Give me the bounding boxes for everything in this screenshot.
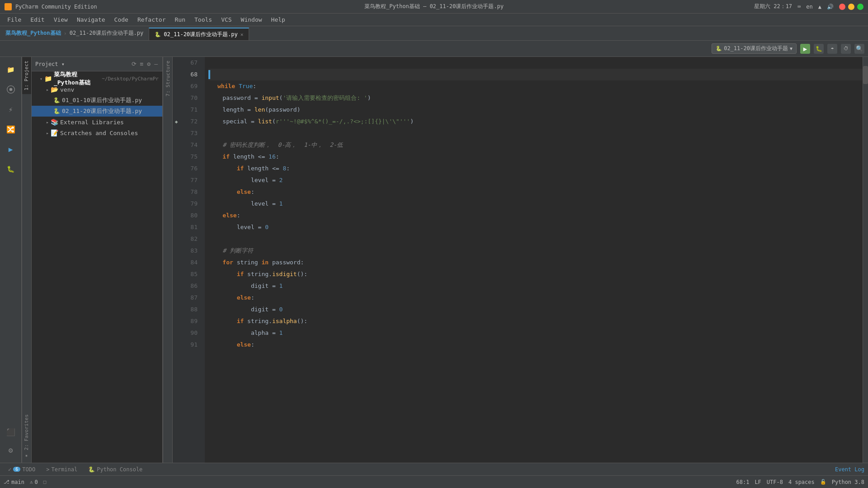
bottom-tab-python-console[interactable]: 🐍 Python Console xyxy=(84,465,147,474)
tree-root-label: 菜鸟教程_Python基础 xyxy=(54,71,98,87)
sidebar-icon-settings[interactable]: ⚙ xyxy=(2,441,20,459)
var-string-89: string xyxy=(247,315,269,327)
tree-label-scratches: Scratches and Consoles xyxy=(60,130,138,136)
event-log-link[interactable]: Event Log xyxy=(835,466,864,473)
coverage-button[interactable]: ☂ xyxy=(827,44,837,54)
paren-70: ( xyxy=(279,92,283,104)
tree-item-extlibs[interactable]: ▸ 📚 External Libraries xyxy=(32,117,162,127)
run-button[interactable]: ▶ xyxy=(800,44,810,54)
line-separator[interactable]: LF xyxy=(755,479,761,485)
profile-button[interactable]: ⏱ xyxy=(841,44,851,54)
eq-90: = xyxy=(269,327,279,339)
sidebar-icon-chrome[interactable] xyxy=(2,80,20,99)
debug-button[interactable]: 🐛 xyxy=(814,44,824,54)
menu-code[interactable]: Code xyxy=(111,15,132,24)
sidebar-icon-refactor[interactable]: ⚡ xyxy=(2,100,20,118)
ln-67: 67 xyxy=(180,57,201,69)
bottom-tab-terminal[interactable]: > Terminal xyxy=(42,465,82,474)
builtin-list: list xyxy=(258,116,272,127)
op-76: <= xyxy=(269,163,283,174)
menu-file[interactable]: File xyxy=(4,15,25,24)
code-line-70: password = input ( '请输入需要检查的密码组合: ' ) xyxy=(208,92,863,104)
menu-navigate[interactable]: Navigate xyxy=(73,15,109,24)
kw-for: for xyxy=(222,257,233,268)
bottom-tab-todo[interactable]: ✓ 6 TODO xyxy=(4,465,40,474)
status-bar: ⎇ main ⚠ 0 □ 68:1 LF UTF-8 4 spaces 🔓 Py… xyxy=(0,475,868,488)
right-scrollbar[interactable] xyxy=(863,57,868,463)
run-configuration[interactable]: 🐍 02_11-20课后作业动手题 ▼ xyxy=(712,43,797,54)
kw-while: while xyxy=(217,80,235,92)
search-button[interactable]: 🔍 xyxy=(854,44,864,54)
code-line-84: for string in password : xyxy=(208,257,863,268)
indent-72 xyxy=(208,116,222,127)
tree-item-file2[interactable]: 🐍 02_11-20课后作业动手题.py xyxy=(32,106,162,117)
eq-72: = xyxy=(247,116,258,127)
ln-80: 80 xyxy=(180,210,201,221)
menu-view[interactable]: View xyxy=(50,15,71,24)
sidebar-icon-debug[interactable]: 🐛 xyxy=(2,160,20,178)
code-line-67 xyxy=(208,57,863,69)
python-console-icon: 🐍 xyxy=(88,466,95,473)
menu-edit[interactable]: Edit xyxy=(27,15,48,24)
active-tab[interactable]: 🐍 02_11-20课后作业动手题.py ✕ xyxy=(149,28,249,40)
minimize-button[interactable] xyxy=(848,4,854,10)
panel-title: Project ▾ xyxy=(35,61,65,67)
scrollbar-thumb[interactable] xyxy=(863,66,868,84)
window-controls xyxy=(839,4,863,10)
comment-83: # 判断字符 xyxy=(222,245,253,257)
sp-84 xyxy=(233,257,237,268)
paren-71: ( xyxy=(265,104,269,116)
method-isdigit: isdigit xyxy=(272,268,297,280)
sidebar-icon-terminal[interactable]: ⬛ xyxy=(2,423,20,441)
sidebar-icon-project[interactable]: 📁 xyxy=(2,61,20,79)
python-console-label: Python Console xyxy=(97,466,142,473)
menu-tools[interactable]: Tools xyxy=(191,15,216,24)
sync-icon[interactable]: ⟳ xyxy=(131,60,137,68)
cursor-position[interactable]: 68:1 xyxy=(736,479,749,485)
eq-70: = xyxy=(251,92,261,104)
bookmark-89 xyxy=(173,315,180,327)
tree-item-root[interactable]: ▾ 📁 菜鸟教程_Python基础 ~/Desktop/PyCharmPr xyxy=(32,73,162,84)
bookmark-74 xyxy=(173,139,180,151)
python-version[interactable]: Python 3.8 xyxy=(832,479,864,485)
ln-73: 73 xyxy=(180,127,201,139)
menu-window[interactable]: Window xyxy=(237,15,266,24)
num-16: 16 xyxy=(269,151,276,163)
warnings-status[interactable]: ⚠ 0 xyxy=(30,479,38,485)
encoding[interactable]: UTF-8 xyxy=(767,479,783,485)
breadcrumb-sep: › xyxy=(64,30,67,37)
vtab-structure[interactable]: 7: Structure xyxy=(164,57,172,100)
code-content[interactable]: while True : password = input ( '请输入需要检查… xyxy=(205,57,863,463)
run-config-dropdown[interactable]: ▼ xyxy=(790,46,793,51)
code-line-78: else : xyxy=(208,186,863,198)
tab-list: 🐍 02_11-20课后作业动手题.py ✕ xyxy=(149,26,868,40)
tab-close-button[interactable]: ✕ xyxy=(241,32,244,38)
hide-icon[interactable]: — xyxy=(153,60,159,68)
code-line-69: while True : xyxy=(208,80,863,92)
settings-icon[interactable]: ⚙ xyxy=(146,60,151,68)
menu-help[interactable]: Help xyxy=(268,15,289,24)
git-status[interactable]: ⎇ main xyxy=(4,479,24,485)
sidebar-icon-git[interactable]: 🔀 xyxy=(2,120,20,138)
colon-75: : xyxy=(276,151,279,163)
vtab-project[interactable]: 1: Project xyxy=(22,57,31,94)
collapse-icon[interactable]: ≡ xyxy=(139,60,145,68)
sp-85 xyxy=(244,268,247,280)
indent-91 xyxy=(208,339,237,351)
vtab-favorites[interactable]: ★ 2: Favorites xyxy=(22,411,31,463)
maximize-button[interactable] xyxy=(857,4,863,10)
menu-refactor[interactable]: Refactor xyxy=(134,15,170,24)
sidebar-icon-run[interactable]: ▶ xyxy=(2,140,20,158)
menu-run[interactable]: Run xyxy=(171,15,189,24)
ln-72: 72 xyxy=(180,116,201,127)
code-line-88: digit = 0 xyxy=(208,304,863,315)
tree-item-scratches[interactable]: ▸ 📝 Scratches and Consoles xyxy=(32,127,162,138)
bookmark-80 xyxy=(173,210,180,221)
close-button[interactable] xyxy=(839,4,845,10)
tree-item-file1[interactable]: 🐍 01_01-10课后作业动手题.py xyxy=(32,95,162,106)
menu-vcs[interactable]: VCS xyxy=(217,15,235,24)
code-line-72: special = list ( r'''~!@#$%^&*()_=-/,.?<… xyxy=(208,116,863,127)
indent-setting[interactable]: 4 spaces xyxy=(788,479,815,485)
bookmark-87 xyxy=(173,292,180,304)
project-icon: 📁 xyxy=(7,66,14,73)
